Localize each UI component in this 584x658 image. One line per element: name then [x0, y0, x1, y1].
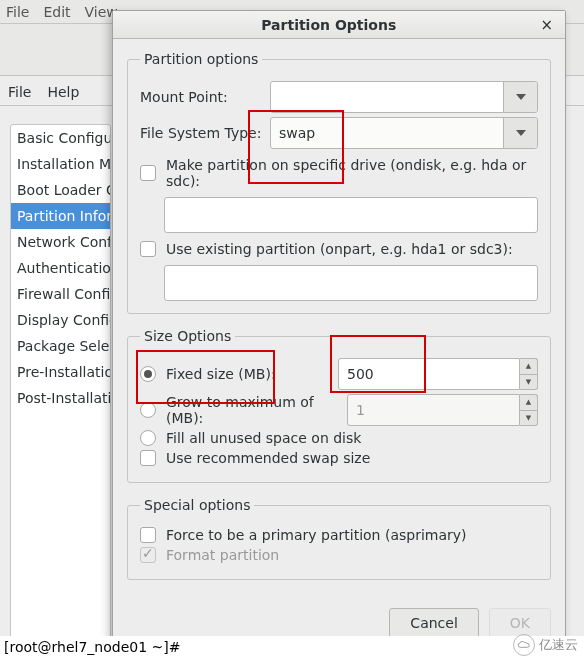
cloud-icon	[513, 634, 535, 656]
onpart-checkbox[interactable]	[140, 241, 156, 257]
app-menu-help[interactable]: Help	[47, 84, 79, 100]
sidebar-item[interactable]: Package Selection	[11, 333, 110, 359]
rec-swap-checkbox[interactable]	[140, 450, 156, 466]
format-checkbox	[140, 547, 156, 563]
grow-max-label: Grow to maximum of (MB):	[166, 394, 347, 426]
grow-max-value: 1	[347, 394, 520, 426]
spin-up-icon[interactable]: ▲	[520, 358, 538, 374]
rec-swap-label: Use recommended swap size	[166, 450, 370, 466]
onpart-label: Use existing partition (onpart, e.g. hda…	[166, 241, 513, 257]
fs-type-label: File System Type:	[140, 125, 270, 141]
group-size-options: Size Options Fixed size (MB): 500 ▲ ▼ Gr…	[127, 328, 551, 483]
sidebar-item[interactable]: Boot Loader Options	[11, 177, 110, 203]
fixed-size-label: Fixed size (MB):	[166, 366, 276, 382]
terminal-line: [root@rhel7_node01 ~]#	[0, 636, 584, 658]
row-fs-type: File System Type: swap	[140, 117, 538, 149]
sidebar-item[interactable]: Network Configuration	[11, 229, 110, 255]
chevron-down-icon[interactable]	[503, 118, 537, 148]
ondisk-input[interactable]	[164, 197, 538, 233]
onpart-input[interactable]	[164, 265, 538, 301]
spin-down-icon[interactable]: ▼	[520, 374, 538, 391]
dialog-titlebar: Partition Options ×	[113, 11, 565, 39]
app-menu-file[interactable]: File	[8, 84, 31, 100]
group-partition-options: Partition options Mount Point: File Syst…	[127, 51, 551, 314]
asprimary-label: Force to be a primary partition (asprima…	[166, 527, 467, 543]
menu-file[interactable]: File	[6, 4, 29, 20]
mount-point-combo[interactable]	[270, 81, 538, 113]
group-special-options: Special options Force to be a primary pa…	[127, 497, 551, 580]
close-icon[interactable]: ×	[536, 16, 557, 34]
spin-up-icon[interactable]: ▲	[520, 394, 538, 410]
sidebar-item[interactable]: Partition Information	[11, 203, 110, 229]
sidebar-item[interactable]: Authentication	[11, 255, 110, 281]
ondisk-label: Make partition on specific drive (ondisk…	[166, 157, 538, 189]
fs-type-combo[interactable]: swap	[270, 117, 538, 149]
row-mount-point: Mount Point:	[140, 81, 538, 113]
fixed-size-radio[interactable]	[140, 366, 156, 382]
mount-point-label: Mount Point:	[140, 89, 270, 105]
row-rec-swap: Use recommended swap size	[140, 450, 538, 466]
grow-max-radio[interactable]	[140, 402, 156, 418]
group-special-options-legend: Special options	[140, 497, 254, 513]
group-size-options-legend: Size Options	[140, 328, 235, 344]
row-fill-disk: Fill all unused space on disk	[140, 430, 538, 446]
grow-max-spinner[interactable]: 1 ▲ ▼	[347, 394, 538, 426]
sidebar-item[interactable]: Pre-Installation Script	[11, 359, 110, 385]
spin-down-icon[interactable]: ▼	[520, 410, 538, 427]
fs-type-value: swap	[279, 125, 315, 141]
sidebar-item[interactable]: Post-Installation Script	[11, 385, 110, 411]
asprimary-checkbox[interactable]	[140, 527, 156, 543]
fixed-size-spinner[interactable]: 500 ▲ ▼	[338, 358, 538, 390]
group-partition-options-legend: Partition options	[140, 51, 262, 67]
sidebar-item[interactable]: Basic Configuration	[11, 125, 110, 151]
row-ondisk: Make partition on specific drive (ondisk…	[140, 157, 538, 189]
terminal-prompt: [root@rhel7_node01 ~]#	[4, 639, 180, 655]
watermark-text: 亿速云	[539, 636, 578, 654]
row-fixed-size: Fixed size (MB): 500 ▲ ▼	[140, 358, 538, 390]
fixed-size-value[interactable]: 500	[338, 358, 520, 390]
dialog-body: Partition options Mount Point: File Syst…	[113, 39, 565, 602]
menu-edit[interactable]: Edit	[43, 4, 70, 20]
fill-disk-label: Fill all unused space on disk	[166, 430, 361, 446]
fill-disk-radio[interactable]	[140, 430, 156, 446]
partition-options-dialog: Partition Options × Partition options Mo…	[112, 10, 566, 658]
format-label: Format partition	[166, 547, 279, 563]
sidebar-item[interactable]: Firewall Configuration	[11, 281, 110, 307]
sidebar-item[interactable]: Installation Method	[11, 151, 110, 177]
watermark: 亿速云	[513, 634, 578, 656]
row-format: Format partition	[140, 547, 538, 563]
cancel-button[interactable]: Cancel	[389, 608, 478, 638]
row-grow-max: Grow to maximum of (MB): 1 ▲ ▼	[140, 394, 538, 426]
dialog-title: Partition Options	[121, 17, 536, 33]
chevron-down-icon[interactable]	[503, 82, 537, 112]
sidebar-sections[interactable]: Basic ConfigurationInstallation MethodBo…	[10, 124, 111, 644]
row-asprimary: Force to be a primary partition (asprima…	[140, 527, 538, 543]
sidebar-item[interactable]: Display Configuration	[11, 307, 110, 333]
ondisk-checkbox[interactable]	[140, 165, 156, 181]
row-onpart: Use existing partition (onpart, e.g. hda…	[140, 241, 538, 257]
